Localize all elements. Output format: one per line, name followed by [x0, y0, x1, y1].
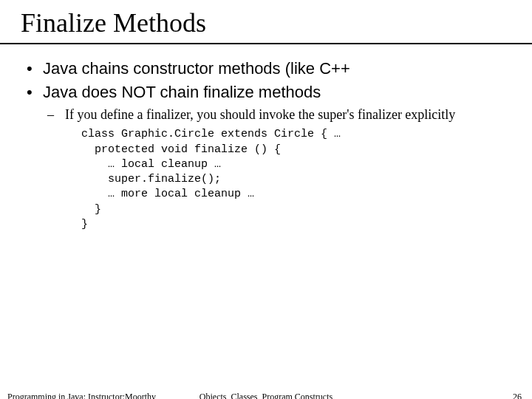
- bullet-list: Java chains constructor methods (like C+…: [24, 58, 508, 103]
- slide: Finalize Methods Java chains constructor…: [0, 0, 532, 399]
- sub-point: –If you define a finalizer, you should i…: [56, 107, 508, 123]
- footer-page-number: 26: [513, 392, 522, 399]
- bullet-item: Java does NOT chain finalize methods: [24, 81, 508, 103]
- sub-point-text: –If you define a finalizer, you should i…: [56, 107, 508, 123]
- code-block: class Graphic.Circle extends Circle { … …: [81, 127, 508, 232]
- footer-center: Objects, Classes, Program Constructs: [200, 392, 332, 399]
- slide-title: Finalize Methods: [0, 0, 532, 43]
- slide-content: Java chains constructor methods (like C+…: [0, 44, 532, 232]
- footer-left: Programming in Java; Instructor:Moorthy: [7, 392, 156, 399]
- bullet-item: Java chains constructor methods (like C+…: [24, 58, 508, 80]
